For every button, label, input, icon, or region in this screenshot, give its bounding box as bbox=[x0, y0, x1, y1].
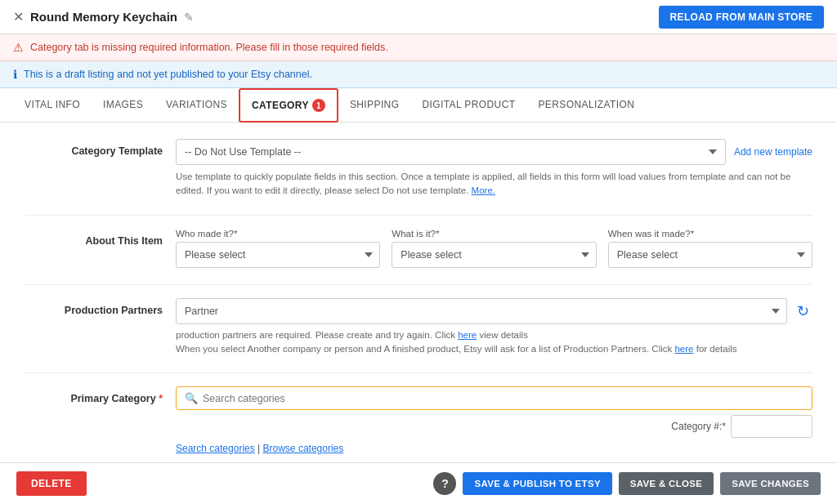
delete-button[interactable]: DELETE bbox=[16, 471, 87, 496]
primary-category-content: 🔍 Category #:* Search categories | Brows… bbox=[176, 386, 812, 454]
search-icon: 🔍 bbox=[185, 392, 198, 404]
production-partners-content: Partner ↻ production partners are requir… bbox=[176, 298, 812, 357]
required-star: * bbox=[159, 393, 163, 404]
production-partners-label: Production Partners bbox=[25, 298, 176, 316]
template-more-link[interactable]: More. bbox=[472, 185, 495, 195]
who-made-group: Who made it?* Please select bbox=[176, 229, 380, 268]
tab-vital-info[interactable]: VITAL INFO bbox=[13, 90, 92, 121]
partner-refresh-button[interactable]: ↻ bbox=[794, 301, 812, 322]
back-icon[interactable]: ✕ bbox=[13, 9, 24, 25]
edit-icon[interactable]: ✎ bbox=[184, 11, 194, 24]
page-title: Round Memory Keychain bbox=[30, 10, 177, 24]
what-is-it-label: What is it?* bbox=[392, 229, 596, 239]
when-made-group: When was it made?* Please select bbox=[608, 229, 812, 268]
template-hint: Use template to quickly populate fields … bbox=[176, 170, 812, 198]
when-made-select[interactable]: Please select bbox=[608, 242, 812, 268]
category-template-content: -- Do Not Use Template -- Add new templa… bbox=[176, 139, 812, 198]
add-template-link[interactable]: Add new template bbox=[734, 146, 812, 158]
tab-category[interactable]: CATEGORY 1 bbox=[239, 88, 338, 123]
category-template-section: Category Template -- Do Not Use Template… bbox=[25, 139, 812, 198]
tab-shipping[interactable]: SHIPPING bbox=[338, 90, 411, 121]
tab-images[interactable]: IMAGES bbox=[92, 90, 154, 121]
save-changes-button[interactable]: SAVE CHANGES bbox=[720, 472, 821, 495]
category-badge: 1 bbox=[312, 99, 325, 112]
partner-select[interactable]: Partner bbox=[176, 298, 787, 324]
warning-icon: ⚠ bbox=[13, 41, 24, 54]
category-search-input[interactable] bbox=[203, 393, 803, 404]
category-num-input[interactable] bbox=[731, 415, 812, 438]
tabs-bar: VITAL INFO IMAGES VARIATIONS CATEGORY 1 … bbox=[0, 88, 837, 123]
tab-personalization[interactable]: PERSONALIZATION bbox=[526, 90, 646, 121]
browse-categories-link[interactable]: Browse categories bbox=[263, 443, 344, 454]
what-is-it-select[interactable]: Please select bbox=[392, 242, 596, 268]
partner-row: Partner ↻ bbox=[176, 298, 812, 324]
info-alert: ℹ This is a draft listing and not yet pu… bbox=[0, 61, 837, 88]
bottom-bar: DELETE ? SAVE & PUBLISH TO ETSY SAVE & C… bbox=[0, 462, 837, 504]
header-left: ✕ Round Memory Keychain ✎ bbox=[13, 9, 194, 25]
who-made-select[interactable]: Please select bbox=[176, 242, 380, 268]
warning-alert: ⚠ Category tab is missing required infor… bbox=[0, 34, 837, 61]
primary-category-label: Primary Category * bbox=[25, 386, 176, 404]
about-item-label: About This Item bbox=[25, 229, 176, 247]
category-links: Search categories | Browse categories bbox=[176, 443, 812, 454]
app-header: ✕ Round Memory Keychain ✎ RELOAD FROM MA… bbox=[0, 0, 837, 34]
publish-button[interactable]: SAVE & PUBLISH TO ETSY bbox=[463, 472, 611, 495]
about-item-section: About This Item Who made it?* Please sel… bbox=[25, 229, 812, 268]
who-made-label: Who made it?* bbox=[176, 229, 380, 239]
category-search-box: 🔍 bbox=[176, 386, 812, 410]
primary-category-section: Primary Category * 🔍 Category #:* Search… bbox=[25, 386, 812, 454]
info-icon: ℹ bbox=[13, 68, 17, 81]
partner-hint-link1[interactable]: here bbox=[458, 330, 477, 340]
category-num-row: Category #:* bbox=[176, 415, 812, 438]
partner-hint-link2[interactable]: here bbox=[674, 344, 693, 354]
what-is-it-group: What is it?* Please select bbox=[392, 229, 596, 268]
template-row: -- Do Not Use Template -- Add new templa… bbox=[176, 139, 812, 165]
search-categories-link[interactable]: Search categories bbox=[176, 443, 255, 454]
warning-text: Category tab is missing required informa… bbox=[30, 42, 388, 53]
category-template-select[interactable]: -- Do Not Use Template -- bbox=[176, 139, 726, 165]
category-num-label: Category #:* bbox=[671, 421, 726, 432]
info-text: This is a draft listing and not yet publ… bbox=[24, 69, 312, 80]
tab-digital-product[interactable]: DIGITAL PRODUCT bbox=[410, 90, 526, 121]
category-template-label: Category Template bbox=[25, 139, 176, 157]
partner-hint: production partners are required. Please… bbox=[176, 328, 812, 357]
main-content: Category Template -- Do Not Use Template… bbox=[0, 123, 837, 504]
production-partners-section: Production Partners Partner ↻ production… bbox=[25, 298, 812, 357]
about-item-row: Who made it?* Please select What is it?*… bbox=[176, 229, 812, 268]
save-close-button[interactable]: SAVE & CLOSE bbox=[619, 472, 714, 495]
tab-variations[interactable]: VARIATIONS bbox=[154, 90, 239, 121]
reload-button[interactable]: RELOAD FROM MAIN STORE bbox=[659, 6, 824, 29]
bottom-right: ? SAVE & PUBLISH TO ETSY SAVE & CLOSE SA… bbox=[433, 472, 821, 495]
help-button[interactable]: ? bbox=[433, 472, 456, 495]
about-item-content: Who made it?* Please select What is it?*… bbox=[176, 229, 812, 268]
when-made-label: When was it made?* bbox=[608, 229, 812, 239]
